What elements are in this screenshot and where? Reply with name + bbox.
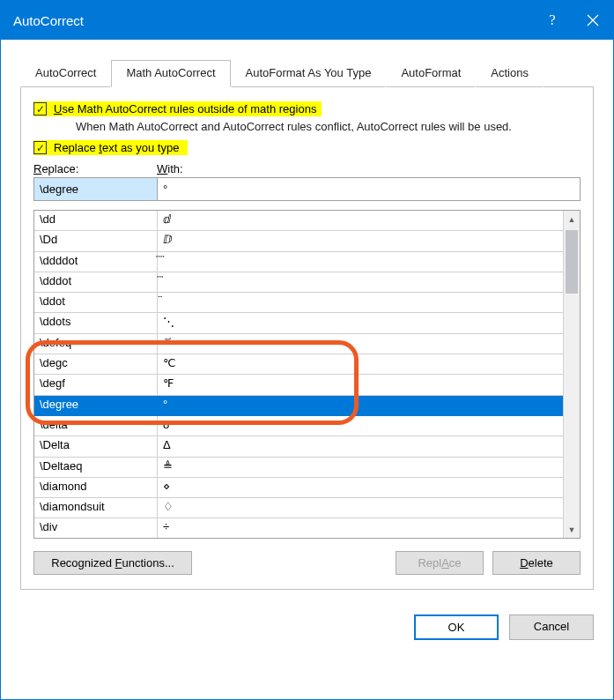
scrollbar[interactable]: ▲ ▼ bbox=[563, 211, 580, 538]
scroll-down-icon[interactable]: ▼ bbox=[564, 521, 580, 538]
table-row[interactable]: \div÷ bbox=[34, 518, 563, 539]
titlebar: AutoCorrect ? bbox=[1, 1, 613, 40]
table-row[interactable]: \degc℃ bbox=[34, 354, 563, 375]
table-row[interactable]: \ddoẗ bbox=[34, 293, 563, 313]
table-row[interactable]: \Deltaeq≜ bbox=[34, 458, 563, 478]
tab-actions[interactable]: Actions bbox=[476, 60, 544, 87]
table-row[interactable]: \degree° bbox=[34, 396, 563, 416]
replace-input[interactable] bbox=[34, 178, 158, 200]
checkbox-icon bbox=[33, 102, 47, 115]
tab-strip: AutoCorrect Math AutoCorrect AutoFormat … bbox=[20, 59, 594, 87]
cancel-button[interactable]: Cancel bbox=[509, 614, 594, 640]
ok-button[interactable]: OK bbox=[414, 614, 499, 640]
scroll-up-icon[interactable]: ▲ bbox=[564, 211, 580, 227]
conflict-note: When Math AutoCorrect and AutoCorrect ru… bbox=[76, 120, 581, 133]
table-row[interactable]: \degf℉ bbox=[34, 375, 563, 395]
dialog-buttons: OK Cancel bbox=[1, 602, 613, 656]
help-button[interactable]: ? bbox=[532, 1, 573, 40]
tab-autocorrect[interactable]: AutoCorrect bbox=[20, 60, 111, 87]
tab-autoformat[interactable]: AutoFormat bbox=[386, 60, 476, 87]
input-row bbox=[33, 177, 581, 201]
tab-autoformat-as-you-type[interactable]: AutoFormat As You Type bbox=[231, 60, 387, 87]
checkbox-label: Use Math AutoCorrect rules outside of ma… bbox=[54, 102, 316, 115]
delete-button[interactable]: Delete bbox=[492, 551, 581, 575]
table-row[interactable]: \diamond⋄ bbox=[34, 478, 563, 498]
checkbox-icon bbox=[33, 141, 47, 154]
autocorrect-list-wrap: \ddⅆ\Ddⅅ\ddddot⃜\dddot⃛\ddoẗ\ddots⋱\def… bbox=[33, 210, 581, 539]
table-row[interactable]: \Ddⅅ bbox=[34, 231, 563, 251]
with-input[interactable] bbox=[158, 178, 580, 200]
table-row[interactable]: \ddⅆ bbox=[34, 211, 563, 231]
with-label: With: bbox=[157, 162, 581, 175]
window-title: AutoCorrect bbox=[13, 13, 532, 28]
recognized-functions-button[interactable]: Recognized Functions... bbox=[33, 551, 192, 575]
checkbox-replace-as-you-type[interactable]: Replace text as you type bbox=[33, 140, 581, 155]
table-row[interactable]: \defeq≝ bbox=[34, 334, 563, 354]
scroll-thumb[interactable] bbox=[566, 230, 578, 294]
table-row[interactable]: \diamondsuit♢ bbox=[34, 498, 563, 518]
tab-panel: Use Math AutoCorrect rules outside of ma… bbox=[20, 87, 594, 590]
replace-label: Replace: bbox=[33, 162, 157, 175]
replace-button[interactable]: ReplAce bbox=[396, 551, 484, 575]
table-row[interactable]: \ddddot⃜ bbox=[34, 252, 563, 272]
panel-buttons: Recognized Functions... ReplAce Delete bbox=[33, 551, 581, 575]
table-row[interactable]: \dddot⃛ bbox=[34, 272, 563, 293]
checkbox-use-outside-math[interactable]: Use Math AutoCorrect rules outside of ma… bbox=[33, 101, 581, 116]
field-headers: Replace: With: bbox=[33, 162, 581, 177]
autocorrect-list[interactable]: \ddⅆ\Ddⅅ\ddddot⃜\dddot⃛\ddoẗ\ddots⋱\def… bbox=[33, 210, 581, 539]
table-row[interactable]: \ddots⋱ bbox=[34, 313, 563, 333]
checkbox-label: Replace text as you type bbox=[54, 141, 179, 154]
tab-math-autocorrect[interactable]: Math AutoCorrect bbox=[111, 60, 230, 87]
table-row[interactable]: \deltaδ bbox=[34, 416, 563, 436]
table-row[interactable]: \DeltaΔ bbox=[34, 436, 563, 457]
close-button[interactable] bbox=[573, 1, 613, 40]
